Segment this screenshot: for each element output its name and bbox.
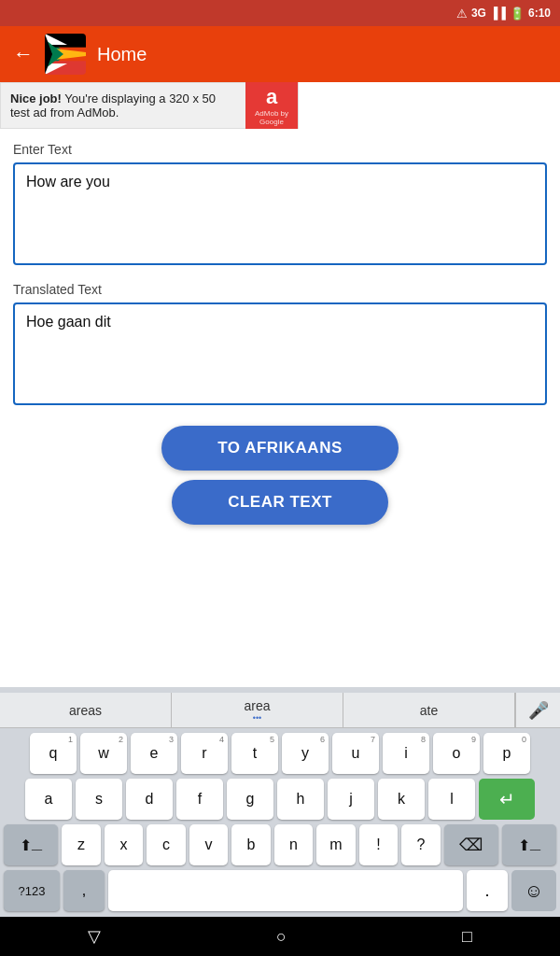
- ad-line1: Nice job! You're displaying a 320 x 50: [10, 91, 236, 105]
- suggestion-areas[interactable]: areas: [0, 693, 172, 727]
- key-h[interactable]: h: [277, 779, 324, 820]
- signal-indicator: 3G: [471, 7, 486, 20]
- key-space[interactable]: [108, 870, 463, 911]
- ad-line2: test ad from AdMob.: [10, 105, 236, 120]
- clear-text-button[interactable]: CLEAR TEXT: [172, 480, 388, 525]
- key-t[interactable]: 5t: [231, 733, 278, 774]
- translated-text-output[interactable]: Hoe gaan dit: [13, 302, 547, 405]
- key-l[interactable]: l: [428, 779, 475, 820]
- key-g[interactable]: g: [227, 779, 273, 820]
- ad-banner: Nice job! You're displaying a 320 x 50 t…: [0, 82, 299, 129]
- key-emoji[interactable]: ☺: [511, 870, 556, 911]
- key-x[interactable]: x: [105, 824, 144, 865]
- keyboard-suggestions-bar: areas area ••• ate 🎤: [0, 693, 560, 728]
- key-z[interactable]: z: [62, 824, 101, 865]
- key-r[interactable]: 4r: [181, 733, 228, 774]
- key-shift-left[interactable]: ⬆__: [4, 824, 58, 865]
- key-v[interactable]: v: [189, 824, 229, 865]
- ad-text: Nice job! You're displaying a 320 x 50 t…: [1, 86, 245, 125]
- key-c[interactable]: c: [147, 824, 186, 865]
- key-exclamation[interactable]: !: [359, 824, 399, 865]
- key-i[interactable]: 8i: [383, 733, 429, 774]
- warning-icon: ⚠: [456, 7, 468, 21]
- key-sym[interactable]: ?123: [4, 870, 60, 911]
- suggestion-area[interactable]: area •••: [172, 693, 343, 727]
- nav-home-button[interactable]: ○: [276, 927, 287, 947]
- suggestion-dots: •••: [253, 713, 261, 723]
- ad-desc: You're displaying a 320 x 50: [62, 91, 216, 105]
- key-backspace[interactable]: ⌫: [444, 824, 498, 865]
- key-s[interactable]: s: [76, 779, 122, 820]
- nav-recent-button[interactable]: □: [462, 927, 472, 947]
- key-f[interactable]: f: [176, 779, 223, 820]
- key-j[interactable]: j: [328, 779, 374, 820]
- nav-bar: ▽ ○ □: [0, 917, 560, 956]
- ad-nice-job: Nice job!: [10, 91, 62, 105]
- translated-text-label: Translated Text: [13, 282, 547, 297]
- battery-icon: 🔋: [510, 7, 525, 21]
- key-comma[interactable]: ,: [63, 870, 105, 911]
- keyboard-row-2: a s d f g h j k l ↵: [0, 779, 560, 820]
- keyboard-row-1: 1q 2w 3e 4r 5t 6y 7u 8i 9o 0p: [0, 733, 560, 774]
- signal-bars-icon: ▐▐: [490, 7, 506, 20]
- app-bar: ← Home: [0, 26, 560, 82]
- key-period[interactable]: .: [467, 870, 508, 911]
- key-d[interactable]: d: [126, 779, 173, 820]
- key-w[interactable]: 2w: [80, 733, 127, 774]
- key-n[interactable]: n: [274, 824, 314, 865]
- key-e[interactable]: 3e: [131, 733, 177, 774]
- key-question[interactable]: ?: [401, 824, 441, 865]
- app-title: Home: [97, 44, 147, 65]
- key-p[interactable]: 0p: [483, 733, 530, 774]
- keyboard-row-bottom: ?123 , . ☺: [0, 870, 560, 911]
- status-bar: ⚠ 3G ▐▐ 🔋 6:10: [0, 0, 560, 26]
- admob-logo: a: [266, 85, 277, 109]
- status-icons: ⚠ 3G ▐▐ 🔋 6:10: [456, 7, 551, 21]
- back-button[interactable]: ←: [13, 42, 34, 66]
- key-shift-right[interactable]: ⬆__: [502, 824, 556, 865]
- key-k[interactable]: k: [378, 779, 425, 820]
- suggestion-ate[interactable]: ate: [343, 693, 515, 727]
- flag-icon: [45, 34, 86, 75]
- enter-text-label: Enter Text: [13, 142, 547, 157]
- key-a[interactable]: a: [25, 779, 72, 820]
- to-afrikaans-button[interactable]: TO AFRIKAANS: [161, 426, 399, 471]
- nav-back-button[interactable]: ▽: [88, 926, 101, 947]
- main-content: Enter Text How are you Translated Text H…: [0, 129, 560, 525]
- admob-powered-by: AdMob by Google: [245, 109, 298, 126]
- key-return[interactable]: ↵: [479, 779, 535, 820]
- key-u[interactable]: 7u: [332, 733, 379, 774]
- keyboard-row-3: ⬆__ z x c v b n m ! ? ⌫ ⬆__: [0, 824, 560, 865]
- key-b[interactable]: b: [231, 824, 271, 865]
- key-y[interactable]: 6y: [282, 733, 329, 774]
- key-m[interactable]: m: [316, 824, 356, 865]
- key-q[interactable]: 1q: [30, 733, 77, 774]
- ad-logo-block: a AdMob by Google: [245, 82, 298, 129]
- enter-text-input[interactable]: How are you: [13, 162, 547, 265]
- mic-button[interactable]: 🎤: [515, 693, 560, 727]
- buttons-area: TO AFRIKAANS CLEAR TEXT: [13, 426, 547, 525]
- keyboard: areas area ••• ate 🎤 1q 2w 3e 4r 5t 6y 7…: [0, 687, 560, 917]
- key-o[interactable]: 9o: [433, 733, 480, 774]
- time-display: 6:10: [528, 7, 551, 20]
